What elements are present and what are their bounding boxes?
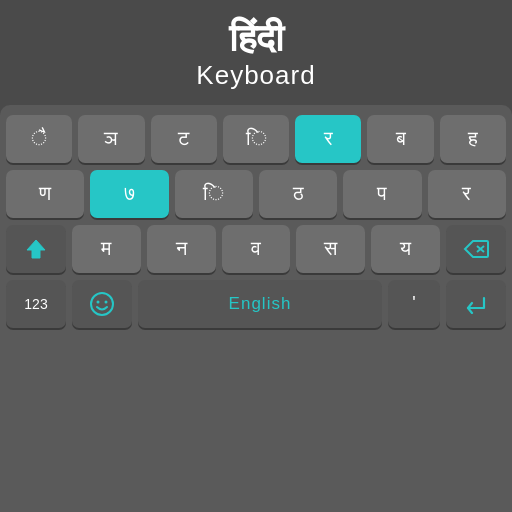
key-ai[interactable]: ै — [6, 115, 72, 163]
comma-button[interactable]: ' — [388, 280, 440, 328]
key-ha[interactable]: ह — [440, 115, 506, 163]
key-row-2: ण ७ ि ठ प र — [6, 170, 506, 218]
key-7[interactable]: ७ — [90, 170, 168, 218]
backspace-button[interactable] — [446, 225, 506, 273]
key-ra[interactable]: र — [295, 115, 361, 163]
emoji-icon — [89, 291, 115, 317]
shift-button[interactable] — [6, 225, 66, 273]
key-ra2[interactable]: र — [428, 170, 506, 218]
english-button[interactable]: English — [138, 280, 382, 328]
header-hindi: हिंदी — [10, 18, 502, 60]
key-sa[interactable]: स — [296, 225, 365, 273]
key-row-4: 123 English ' — [6, 280, 506, 328]
shift-icon — [25, 238, 47, 260]
svg-point-3 — [91, 293, 113, 315]
key-na2[interactable]: न — [147, 225, 216, 273]
emoji-button[interactable] — [72, 280, 132, 328]
key-row-1: ै ञ ट ि र ब ह — [6, 115, 506, 163]
key-na[interactable]: ण — [6, 170, 84, 218]
key-pa[interactable]: प — [343, 170, 421, 218]
key-ta[interactable]: ट — [151, 115, 217, 163]
key-i[interactable]: ि — [223, 115, 289, 163]
key-i2[interactable]: ि — [175, 170, 253, 218]
key-ma[interactable]: म — [72, 225, 141, 273]
key-ba[interactable]: ब — [367, 115, 433, 163]
keyboard-area: ै ञ ट ि र ब ह ण ७ ि ठ प र म न व स य — [0, 105, 512, 512]
key-ya[interactable]: य — [371, 225, 440, 273]
key-tha[interactable]: ठ — [259, 170, 337, 218]
svg-point-4 — [97, 300, 100, 303]
numbers-button[interactable]: 123 — [6, 280, 66, 328]
enter-icon — [464, 294, 488, 314]
header-keyboard: Keyboard — [10, 60, 502, 91]
svg-point-5 — [105, 300, 108, 303]
svg-marker-0 — [27, 240, 45, 258]
header: हिंदी Keyboard — [0, 0, 512, 105]
key-nya[interactable]: ञ — [78, 115, 144, 163]
key-va[interactable]: व — [222, 225, 291, 273]
backspace-icon — [463, 239, 489, 259]
key-row-3: म न व स य — [6, 225, 506, 273]
enter-button[interactable] — [446, 280, 506, 328]
